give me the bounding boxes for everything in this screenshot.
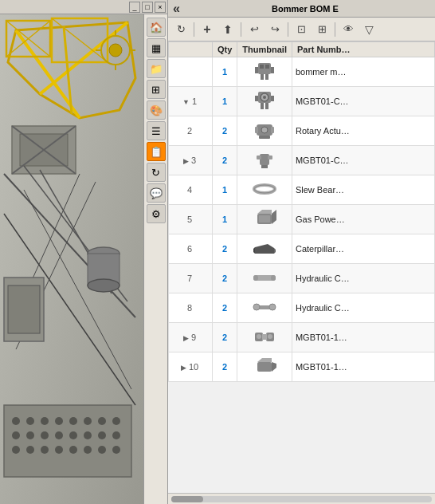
refresh-icon[interactable]: ↻ (147, 163, 166, 182)
link-toolbar-btn[interactable]: ⊡ (292, 21, 311, 38)
svg-point-30 (69, 431, 77, 439)
maximize-btn[interactable]: □ (142, 2, 153, 13)
collapse-arrow[interactable]: « (173, 2, 180, 16)
svg-point-23 (84, 417, 92, 425)
svg-rect-58 (260, 65, 264, 69)
svg-point-20 (41, 417, 49, 425)
svg-point-94 (269, 304, 276, 310)
row-thumbnail (237, 87, 292, 116)
table-row[interactable]: 22Rotary Actu… (169, 116, 435, 146)
svg-rect-72 (255, 127, 258, 133)
svg-point-26 (12, 431, 20, 439)
bom-table-wrapper[interactable]: Qty Thumbnail Part Numb… 1bommer m…▼11MG… (168, 41, 435, 493)
svg-point-37 (55, 446, 63, 454)
svg-rect-90 (253, 275, 258, 281)
layers-icon[interactable]: ▦ (147, 38, 166, 57)
svg-rect-97 (262, 334, 267, 340)
row-qty: 2 (213, 146, 237, 175)
svg-rect-79 (261, 165, 268, 168)
table-row[interactable]: 72Hydraulic C… (169, 264, 435, 293)
svg-rect-17 (4, 405, 131, 477)
svg-point-33 (112, 431, 120, 439)
chat-icon[interactable]: 💬 (147, 183, 166, 203)
row-qty: 2 (213, 352, 237, 382)
svg-rect-83 (259, 215, 270, 222)
svg-marker-102 (272, 362, 276, 372)
list-icon[interactable]: ☰ (147, 121, 166, 140)
table-row[interactable]: 1bommer m… (169, 57, 435, 87)
cad-viewport[interactable] (0, 14, 143, 504)
svg-point-27 (26, 431, 34, 439)
row-thumbnail (237, 146, 292, 175)
svg-point-50 (88, 279, 120, 292)
row-item-number: 9 (191, 333, 196, 342)
grid-toolbar-btn[interactable]: ⊞ (312, 21, 331, 38)
row-part-number: Rotary Actu… (292, 116, 434, 146)
filter-toolbar-btn[interactable]: ▽ (359, 21, 378, 38)
view-toolbar-btn[interactable]: 👁 (339, 21, 358, 38)
row-item-number: 3 (191, 156, 196, 165)
expand-arrow[interactable]: ▶ (181, 364, 186, 372)
expand-arrow[interactable]: ▶ (183, 157, 189, 165)
row-part-number: Hydraulic C… (292, 293, 434, 323)
row-thumbnail (237, 57, 292, 87)
export-toolbar-btn[interactable]: ⬆ (218, 21, 237, 38)
viewport-icon[interactable]: ⊞ (147, 80, 166, 99)
bom-title: Bommer BOM E (180, 4, 430, 14)
svg-rect-70 (265, 103, 268, 109)
table-row[interactable]: 41Slew Bear… (169, 175, 435, 205)
sep2 (241, 22, 241, 37)
expand-arrow[interactable]: ▶ (183, 334, 189, 342)
row-part-number: MGBT01-1… (292, 323, 434, 352)
table-row[interactable]: ▶92MGBT01-1… (169, 323, 435, 352)
table-header: Qty Thumbnail Part Numb… (169, 42, 435, 57)
row-item-number: 5 (187, 215, 192, 224)
row-qty: 2 (213, 264, 237, 293)
table-row[interactable]: ▼11MGBT01-C… (169, 87, 435, 116)
redo-toolbar-btn[interactable]: ↪ (265, 21, 284, 38)
refresh-toolbar-btn[interactable]: ↻ (171, 21, 190, 38)
settings-icon[interactable]: ⚙ (147, 204, 166, 223)
minimize-btn[interactable]: _ (129, 2, 140, 13)
row-thumbnail (237, 234, 292, 264)
undo-toolbar-btn[interactable]: ↩ (245, 21, 264, 38)
partnumber-col-header[interactable]: Part Numb… (292, 42, 434, 57)
svg-rect-75 (259, 136, 270, 139)
bom-icon[interactable]: 📋 (147, 142, 166, 161)
folder-icon[interactable]: 📁 (147, 59, 166, 78)
row-qty: 1 (213, 175, 237, 205)
svg-rect-62 (261, 74, 264, 80)
close-btn[interactable]: × (155, 2, 166, 13)
svg-point-99 (268, 334, 272, 339)
table-row[interactable]: 62Caterpillar… (169, 234, 435, 264)
row-part-number: Slew Bear… (292, 175, 434, 205)
row-part-number: Hydraulic C… (292, 264, 434, 293)
row-thumbnail (237, 293, 292, 323)
svg-marker-85 (272, 210, 276, 224)
svg-point-38 (69, 446, 77, 454)
row-qty: 2 (213, 116, 237, 146)
table-row[interactable]: ▶102MGBT01-1… (169, 352, 435, 382)
row-qty: 2 (213, 323, 237, 352)
table-row[interactable]: 51Gas Powe… (169, 205, 435, 234)
horizontal-scrollbar[interactable] (168, 493, 435, 504)
row-item-number: 10 (189, 362, 198, 372)
home-icon[interactable]: 🏠 (147, 18, 166, 37)
svg-rect-69 (261, 103, 264, 109)
row-thumbnail (237, 352, 292, 382)
thumbnail-col-header[interactable]: Thumbnail (237, 42, 292, 57)
add-toolbar-btn[interactable]: + (198, 21, 217, 38)
expand-arrow[interactable]: ▼ (182, 98, 190, 106)
table-row[interactable]: 82Hydraulic C… (169, 293, 435, 323)
sidebar: 🏠 ▦ 📁 ⊞ 🎨 ☰ 📋 ↻ 💬 ⚙ (143, 14, 167, 504)
scrollbar-track (171, 496, 432, 502)
svg-rect-59 (265, 65, 269, 69)
scrollbar-thumb[interactable] (171, 496, 203, 502)
row-qty: 2 (213, 234, 237, 264)
qty-col-header[interactable]: Qty (213, 42, 237, 57)
item-col-header[interactable] (169, 42, 213, 57)
svg-point-25 (112, 417, 120, 425)
row-part-number: MGBT01-C… (292, 146, 434, 175)
table-row[interactable]: ▶32MGBT01-C… (169, 146, 435, 175)
color-icon[interactable]: 🎨 (147, 100, 166, 120)
